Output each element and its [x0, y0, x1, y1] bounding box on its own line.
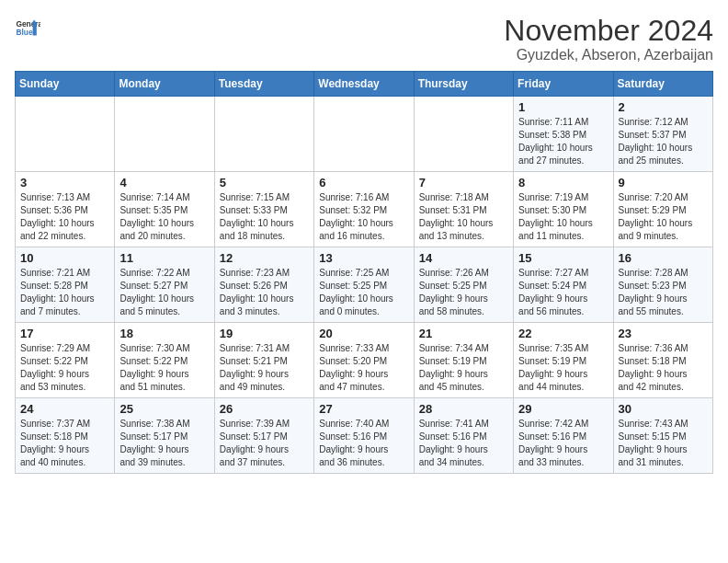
weekday-header-monday: Monday	[115, 72, 214, 97]
day-number: 8	[518, 176, 608, 190]
calendar-cell: 27Sunrise: 7:40 AMSunset: 5:16 PMDayligh…	[314, 398, 414, 474]
day-number: 19	[220, 327, 309, 340]
weekday-header-friday: Friday	[514, 72, 613, 97]
logo: General Blue	[15, 15, 40, 40]
page-header: General Blue November 2024 Gyuzdek, Abse…	[15, 15, 713, 63]
day-info: Sunrise: 7:25 AMSunset: 5:25 PMDaylight:…	[319, 267, 408, 318]
day-number: 20	[319, 327, 408, 340]
day-number: 16	[619, 251, 708, 265]
day-info: Sunrise: 7:42 AMSunset: 5:16 PMDaylight:…	[518, 418, 608, 469]
day-info: Sunrise: 7:31 AMSunset: 5:21 PMDaylight:…	[220, 342, 309, 394]
day-info: Sunrise: 7:28 AMSunset: 5:23 PMDaylight:…	[619, 267, 708, 318]
day-number: 7	[419, 176, 508, 190]
day-info: Sunrise: 7:29 AMSunset: 5:22 PMDaylight:…	[20, 342, 109, 394]
calendar-cell	[16, 97, 115, 172]
calendar-cell	[314, 97, 414, 172]
calendar-cell	[115, 97, 214, 172]
day-number: 23	[619, 327, 708, 340]
day-info: Sunrise: 7:11 AMSunset: 5:38 PMDaylight:…	[518, 116, 608, 167]
day-info: Sunrise: 7:19 AMSunset: 5:30 PMDaylight:…	[518, 191, 608, 243]
weekday-header-tuesday: Tuesday	[214, 72, 313, 97]
day-number: 25	[119, 402, 209, 416]
day-number: 24	[20, 402, 109, 416]
calendar-cell: 3Sunrise: 7:13 AMSunset: 5:36 PMDaylight…	[16, 172, 115, 247]
day-number: 18	[119, 327, 209, 340]
day-info: Sunrise: 7:33 AMSunset: 5:20 PMDaylight:…	[319, 342, 408, 394]
day-info: Sunrise: 7:13 AMSunset: 5:36 PMDaylight:…	[20, 191, 109, 243]
calendar-week-2: 3Sunrise: 7:13 AMSunset: 5:36 PMDaylight…	[16, 172, 713, 247]
logo-icon: General Blue	[15, 15, 40, 40]
day-number: 11	[119, 251, 209, 265]
calendar-cell	[414, 97, 513, 172]
day-number: 27	[319, 402, 408, 416]
day-info: Sunrise: 7:36 AMSunset: 5:18 PMDaylight:…	[619, 342, 708, 394]
calendar-cell: 4Sunrise: 7:14 AMSunset: 5:35 PMDaylight…	[115, 172, 214, 247]
calendar-cell: 22Sunrise: 7:35 AMSunset: 5:19 PMDayligh…	[514, 323, 613, 398]
day-info: Sunrise: 7:14 AMSunset: 5:35 PMDaylight:…	[119, 191, 209, 243]
day-number: 1	[518, 100, 608, 114]
weekday-header-sunday: Sunday	[16, 72, 115, 97]
day-number: 13	[319, 251, 408, 265]
calendar-cell: 6Sunrise: 7:16 AMSunset: 5:32 PMDaylight…	[314, 172, 414, 247]
day-number: 2	[619, 100, 708, 114]
day-info: Sunrise: 7:30 AMSunset: 5:22 PMDaylight:…	[119, 342, 209, 394]
calendar-cell: 5Sunrise: 7:15 AMSunset: 5:33 PMDaylight…	[214, 172, 313, 247]
day-number: 17	[20, 327, 109, 340]
day-info: Sunrise: 7:39 AMSunset: 5:17 PMDaylight:…	[220, 418, 309, 469]
calendar-cell: 14Sunrise: 7:26 AMSunset: 5:25 PMDayligh…	[414, 247, 513, 323]
day-info: Sunrise: 7:27 AMSunset: 5:24 PMDaylight:…	[518, 267, 608, 318]
calendar-cell: 19Sunrise: 7:31 AMSunset: 5:21 PMDayligh…	[214, 323, 313, 398]
calendar-cell: 28Sunrise: 7:41 AMSunset: 5:16 PMDayligh…	[414, 398, 513, 474]
day-info: Sunrise: 7:23 AMSunset: 5:26 PMDaylight:…	[220, 267, 309, 318]
day-number: 30	[619, 402, 708, 416]
calendar-week-5: 24Sunrise: 7:37 AMSunset: 5:18 PMDayligh…	[16, 398, 713, 474]
calendar-cell: 21Sunrise: 7:34 AMSunset: 5:19 PMDayligh…	[414, 323, 513, 398]
calendar-cell: 24Sunrise: 7:37 AMSunset: 5:18 PMDayligh…	[16, 398, 115, 474]
day-info: Sunrise: 7:34 AMSunset: 5:19 PMDaylight:…	[419, 342, 508, 394]
calendar-cell: 25Sunrise: 7:38 AMSunset: 5:17 PMDayligh…	[115, 398, 214, 474]
calendar-cell	[214, 97, 313, 172]
calendar-cell: 20Sunrise: 7:33 AMSunset: 5:20 PMDayligh…	[314, 323, 414, 398]
day-info: Sunrise: 7:43 AMSunset: 5:15 PMDaylight:…	[619, 418, 708, 469]
calendar-table: SundayMondayTuesdayWednesdayThursdayFrid…	[15, 71, 713, 474]
day-number: 10	[20, 251, 109, 265]
calendar-cell: 11Sunrise: 7:22 AMSunset: 5:27 PMDayligh…	[115, 247, 214, 323]
day-info: Sunrise: 7:12 AMSunset: 5:37 PMDaylight:…	[619, 116, 708, 167]
day-number: 6	[319, 176, 408, 190]
day-number: 5	[220, 176, 309, 190]
day-number: 29	[518, 402, 608, 416]
day-info: Sunrise: 7:35 AMSunset: 5:19 PMDaylight:…	[518, 342, 608, 394]
calendar-cell: 29Sunrise: 7:42 AMSunset: 5:16 PMDayligh…	[514, 398, 613, 474]
calendar-cell: 16Sunrise: 7:28 AMSunset: 5:23 PMDayligh…	[613, 247, 712, 323]
day-info: Sunrise: 7:38 AMSunset: 5:17 PMDaylight:…	[119, 418, 209, 469]
day-number: 3	[20, 176, 109, 190]
day-number: 12	[220, 251, 309, 265]
location-title: Gyuzdek, Abseron, Azerbaijan	[504, 47, 713, 63]
calendar-cell: 12Sunrise: 7:23 AMSunset: 5:26 PMDayligh…	[214, 247, 313, 323]
calendar-cell: 9Sunrise: 7:20 AMSunset: 5:29 PMDaylight…	[613, 172, 712, 247]
day-number: 9	[619, 176, 708, 190]
day-number: 15	[518, 251, 608, 265]
weekday-header-saturday: Saturday	[613, 72, 712, 97]
calendar-week-1: 1Sunrise: 7:11 AMSunset: 5:38 PMDaylight…	[16, 97, 713, 172]
day-number: 4	[119, 176, 209, 190]
svg-text:Blue: Blue	[16, 28, 32, 37]
day-number: 21	[419, 327, 508, 340]
day-number: 26	[220, 402, 309, 416]
weekday-header-thursday: Thursday	[414, 72, 513, 97]
calendar-cell: 23Sunrise: 7:36 AMSunset: 5:18 PMDayligh…	[613, 323, 712, 398]
calendar-cell: 18Sunrise: 7:30 AMSunset: 5:22 PMDayligh…	[115, 323, 214, 398]
day-info: Sunrise: 7:16 AMSunset: 5:32 PMDaylight:…	[319, 191, 408, 243]
calendar-cell: 10Sunrise: 7:21 AMSunset: 5:28 PMDayligh…	[16, 247, 115, 323]
day-info: Sunrise: 7:26 AMSunset: 5:25 PMDaylight:…	[419, 267, 508, 318]
calendar-cell: 26Sunrise: 7:39 AMSunset: 5:17 PMDayligh…	[214, 398, 313, 474]
day-info: Sunrise: 7:21 AMSunset: 5:28 PMDaylight:…	[20, 267, 109, 318]
calendar-week-4: 17Sunrise: 7:29 AMSunset: 5:22 PMDayligh…	[16, 323, 713, 398]
month-title: November 2024	[504, 15, 713, 47]
title-block: November 2024 Gyuzdek, Abseron, Azerbaij…	[504, 15, 713, 63]
weekday-header-wednesday: Wednesday	[314, 72, 414, 97]
calendar-cell: 15Sunrise: 7:27 AMSunset: 5:24 PMDayligh…	[514, 247, 613, 323]
day-info: Sunrise: 7:40 AMSunset: 5:16 PMDaylight:…	[319, 418, 408, 469]
calendar-cell: 8Sunrise: 7:19 AMSunset: 5:30 PMDaylight…	[514, 172, 613, 247]
day-info: Sunrise: 7:15 AMSunset: 5:33 PMDaylight:…	[220, 191, 309, 243]
